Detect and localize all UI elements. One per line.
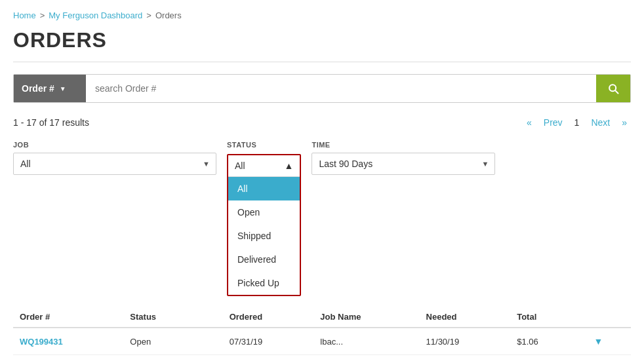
cell-order-num: CC155465 bbox=[13, 355, 123, 362]
pagination-first[interactable]: « bbox=[523, 115, 536, 130]
status-option-all[interactable]: All bbox=[228, 177, 300, 200]
order-link[interactable]: WQ199431 bbox=[20, 337, 63, 347]
breadcrumb-sep1: > bbox=[40, 10, 45, 20]
time-filter-label: TIME bbox=[312, 141, 495, 149]
status-option-shipped[interactable]: Shipped bbox=[228, 224, 300, 248]
job-filter-group: JOB All ▼ bbox=[13, 141, 216, 175]
row-expand-icon[interactable]: ▼ bbox=[594, 336, 603, 347]
breadcrumb-sep2: > bbox=[146, 10, 151, 20]
status-option-delivered[interactable]: Delivered bbox=[228, 248, 300, 271]
time-filter-select[interactable]: Last 90 Days Last 30 Days Last 6 Months … bbox=[312, 153, 495, 175]
results-count: 1 - 17 of 17 results bbox=[13, 117, 89, 128]
cell-expand: ▼ bbox=[588, 355, 632, 362]
cell-status: Picked up bbox=[123, 355, 222, 362]
results-row: 1 - 17 of 17 results « Prev 1 Next » bbox=[13, 115, 631, 130]
status-chevron-up-icon: ▲ bbox=[285, 161, 294, 171]
pagination-next[interactable]: Next bbox=[587, 115, 614, 130]
breadcrumb-home[interactable]: Home bbox=[13, 10, 36, 20]
cell-needed: 07/23/19 bbox=[420, 355, 511, 362]
cell-needed: 11/30/19 bbox=[420, 328, 511, 355]
page-title: ORDERS bbox=[13, 28, 631, 52]
time-filter-select-wrap: Last 90 Days Last 30 Days Last 6 Months … bbox=[312, 153, 495, 175]
title-divider bbox=[13, 62, 631, 62]
status-selected-value: All bbox=[235, 161, 245, 171]
search-type-dropdown[interactable]: Order # ▼ bbox=[14, 75, 86, 102]
search-bar: Order # ▼ bbox=[13, 74, 631, 103]
breadcrumb: Home > My Ferguson Dashboard > Orders bbox=[13, 10, 631, 20]
cell-ordered: 07/31/19 bbox=[223, 328, 314, 355]
status-option-picked-up[interactable]: Picked Up bbox=[228, 271, 300, 295]
search-button[interactable] bbox=[596, 75, 630, 102]
status-filter-label: STATUS bbox=[227, 141, 301, 149]
status-filter-header[interactable]: All ▲ bbox=[228, 155, 300, 176]
cell-job-name: lbac... bbox=[313, 328, 419, 355]
cell-total: $29.98 bbox=[510, 355, 587, 362]
cell-expand: ▼ bbox=[588, 328, 632, 355]
table-row: CC155465 Picked up 07/23/19 07/23/19 $29… bbox=[13, 355, 631, 362]
cell-job-name bbox=[313, 355, 419, 362]
cell-ordered: 07/23/19 bbox=[223, 355, 314, 362]
col-needed: Needed bbox=[420, 307, 511, 328]
search-input[interactable] bbox=[86, 75, 596, 102]
orders-table: Order # Status Ordered Job Name Needed T… bbox=[13, 307, 631, 361]
time-filter-group: TIME Last 90 Days Last 30 Days Last 6 Mo… bbox=[312, 141, 495, 175]
job-filter-select[interactable]: All bbox=[13, 153, 216, 175]
status-dropdown-list: All Open Shipped Delivered Picked Up bbox=[228, 176, 300, 295]
pagination-last[interactable]: » bbox=[618, 115, 631, 130]
breadcrumb-current: Orders bbox=[155, 10, 182, 20]
table-header-row: Order # Status Ordered Job Name Needed T… bbox=[13, 307, 631, 328]
table-row: WQ199431 Open 07/31/19 lbac... 11/30/19 … bbox=[13, 328, 631, 355]
col-order-num: Order # bbox=[13, 307, 123, 328]
search-dropdown-chevron-icon: ▼ bbox=[60, 85, 66, 92]
col-ordered: Ordered bbox=[223, 307, 314, 328]
filter-row: JOB All ▼ STATUS All ▲ All Open Shipped bbox=[13, 141, 631, 296]
status-filter-group: STATUS All ▲ All Open Shipped Delivered … bbox=[227, 141, 301, 296]
status-option-open[interactable]: Open bbox=[228, 200, 300, 224]
col-job-name: Job Name bbox=[313, 307, 419, 328]
pagination: « Prev 1 Next » bbox=[523, 115, 631, 130]
job-filter-select-wrap: All ▼ bbox=[13, 153, 216, 175]
col-total: Total bbox=[510, 307, 587, 328]
cell-order-num: WQ199431 bbox=[13, 328, 123, 355]
status-filter-box: All ▲ All Open Shipped Delivered Picked … bbox=[227, 154, 301, 296]
pagination-current-page: 1 bbox=[571, 115, 584, 130]
pagination-prev[interactable]: Prev bbox=[540, 115, 567, 130]
cell-total: $1.06 bbox=[510, 328, 587, 355]
breadcrumb-dashboard[interactable]: My Ferguson Dashboard bbox=[49, 10, 142, 20]
cell-status: Open bbox=[123, 328, 222, 355]
job-filter-label: JOB bbox=[13, 141, 216, 149]
search-icon bbox=[607, 82, 620, 95]
search-type-label: Order # bbox=[22, 83, 54, 94]
col-expand bbox=[588, 307, 632, 328]
col-status: Status bbox=[123, 307, 222, 328]
